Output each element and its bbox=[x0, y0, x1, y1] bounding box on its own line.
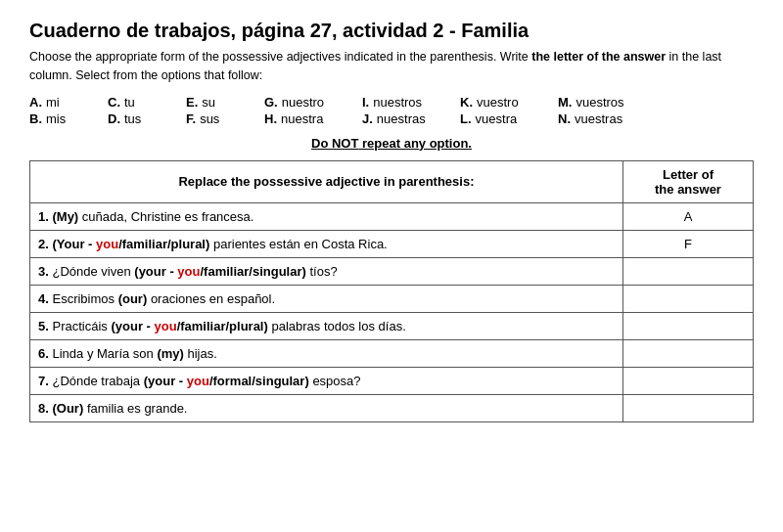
table-row: 8. (Our) familia es grande. bbox=[30, 394, 754, 421]
option-H: H. nuestra bbox=[264, 111, 362, 126]
answer-6 bbox=[622, 339, 753, 367]
option-N: N. vuestras bbox=[558, 111, 656, 126]
option-G: G. nuestro bbox=[264, 95, 362, 110]
option-F: F. sus bbox=[186, 111, 264, 126]
answer-3 bbox=[622, 257, 753, 285]
table-row: 4. Escribimos (our) oraciones en español… bbox=[30, 285, 754, 312]
answer-7 bbox=[622, 367, 753, 394]
question-4: 4. Escribimos (our) oraciones en español… bbox=[30, 285, 623, 312]
table-row: 2. (Your - you/familiar/plural) pariente… bbox=[30, 230, 754, 257]
exercise-table: Replace the possessive adjective in pare… bbox=[29, 160, 754, 422]
option-L: L. vuestra bbox=[460, 111, 558, 126]
option-E: E. su bbox=[186, 95, 264, 110]
options-grid: A. mi C. tu E. su G. nuestro I. nuestros… bbox=[29, 95, 754, 126]
page-title: Cuaderno de trabajos, página 27, activid… bbox=[29, 20, 754, 42]
col-question-header: Replace the possessive adjective in pare… bbox=[30, 160, 623, 202]
instructions-bold: the letter of the answer bbox=[531, 50, 666, 64]
option-C: C. tu bbox=[108, 95, 186, 110]
table-row: 6. Linda y María son (my) hijas. bbox=[30, 339, 754, 367]
question-8: 8. (Our) familia es grande. bbox=[30, 394, 623, 421]
option-M: M. vuestros bbox=[558, 95, 656, 110]
instructions: Choose the appropriate form of the posse… bbox=[29, 48, 754, 85]
table-row: 1. (My) cuñada, Christine es francesa. A bbox=[30, 202, 754, 230]
question-6: 6. Linda y María son (my) hijas. bbox=[30, 339, 623, 367]
question-2: 2. (Your - you/familiar/plural) pariente… bbox=[30, 230, 623, 257]
col-answer-header: Letter ofthe answer bbox=[622, 160, 753, 202]
answer-1: A bbox=[622, 202, 753, 230]
option-J: J. nuestras bbox=[362, 111, 460, 126]
table-row: 7. ¿Dónde trabaja (your - you/formal/sin… bbox=[30, 367, 754, 394]
question-1: 1. (My) cuñada, Christine es francesa. bbox=[30, 202, 623, 230]
option-I: I. nuestros bbox=[362, 95, 460, 110]
table-row: 3. ¿Dónde viven (your - you/familiar/sin… bbox=[30, 257, 754, 285]
answer-5 bbox=[622, 312, 753, 339]
instructions-line1: Choose the appropriate form of the posse… bbox=[29, 50, 531, 64]
no-repeat-notice: Do NOT repeat any option. bbox=[29, 136, 754, 151]
table-row: 5. Practicáis (your - you/familiar/plura… bbox=[30, 312, 754, 339]
option-A: A. mi bbox=[29, 95, 108, 110]
question-5: 5. Practicáis (your - you/familiar/plura… bbox=[30, 312, 623, 339]
question-3: 3. ¿Dónde viven (your - you/familiar/sin… bbox=[30, 257, 623, 285]
answer-8 bbox=[622, 394, 753, 421]
option-D: D. tus bbox=[108, 111, 186, 126]
answer-4 bbox=[622, 285, 753, 312]
question-7: 7. ¿Dónde trabaja (your - you/formal/sin… bbox=[30, 367, 623, 394]
answer-2: F bbox=[622, 230, 753, 257]
option-B: B. mis bbox=[29, 111, 108, 126]
option-K: K. vuestro bbox=[460, 95, 558, 110]
